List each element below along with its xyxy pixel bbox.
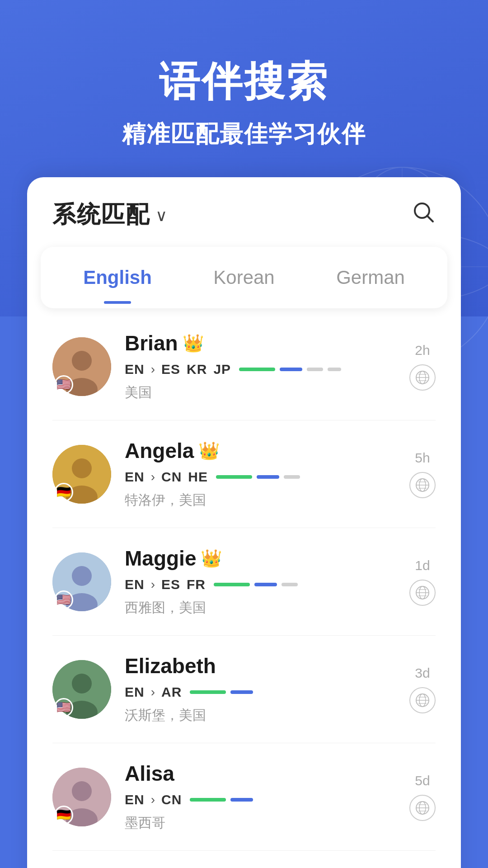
- svg-line-6: [427, 216, 433, 222]
- list-item[interactable]: 🇺🇸ElizabethEN›AR沃斯堡，美国3d: [52, 636, 436, 743]
- learning-lang: HE: [188, 469, 208, 485]
- proficiency-bar: [230, 690, 253, 694]
- learning-lang: JP: [213, 362, 231, 377]
- user-location: 美国: [125, 383, 396, 402]
- connect-button[interactable]: [409, 795, 436, 821]
- flag-badge: 🇺🇸: [54, 590, 73, 609]
- user-info: Brian👑EN›ESKRJP美国: [125, 331, 396, 402]
- hero-section: 语伴搜索 精准匹配最佳学习伙伴: [0, 0, 488, 150]
- user-info: Maggie👑EN›ESFR西雅图，美国: [125, 546, 396, 617]
- connect-button[interactable]: [409, 687, 436, 713]
- lang-row: EN›AR: [125, 684, 396, 700]
- crown-icon: 👑: [183, 333, 204, 353]
- proficiency-bar: [254, 583, 277, 586]
- avatar-wrapper: 🇩🇪: [52, 768, 111, 826]
- lang-row: EN›CNHE: [125, 469, 396, 485]
- list-item[interactable]: 🇩🇪AlisaEN›CN墨西哥5d: [52, 743, 436, 851]
- native-lang: EN: [125, 362, 145, 377]
- user-meta: 5h: [409, 450, 436, 498]
- crown-icon: 👑: [198, 441, 220, 461]
- proficiency-bars: [239, 368, 341, 371]
- list-item[interactable]: 🇺🇸Maggie👑EN›ESFR西雅图，美国1d: [52, 528, 436, 636]
- time-ago: 3d: [415, 665, 430, 681]
- learning-lang: CN: [161, 469, 182, 485]
- flag-badge: 🇺🇸: [54, 375, 73, 394]
- bar-group: [257, 475, 279, 479]
- user-name-row: Alisa: [125, 761, 396, 786]
- user-name: Brian: [125, 331, 178, 355]
- tab-korean[interactable]: Korean: [181, 247, 307, 308]
- tab-german[interactable]: German: [307, 247, 434, 308]
- bar-group: [190, 798, 226, 802]
- proficiency-bar: [239, 368, 275, 371]
- avatar-wrapper: 🇩🇪: [52, 445, 111, 504]
- match-type-label: 系统匹配: [52, 199, 150, 231]
- arrow-icon: ›: [151, 685, 155, 699]
- bar-group: [214, 583, 250, 586]
- user-name-row: Angela👑: [125, 439, 396, 463]
- user-location: 特洛伊，美国: [125, 491, 396, 509]
- proficiency-bar: [280, 368, 302, 371]
- connect-button[interactable]: [409, 364, 436, 391]
- native-lang: EN: [125, 684, 145, 700]
- bar-group: [284, 475, 300, 479]
- bar-group: [190, 690, 226, 694]
- chevron-down-icon: ∨: [155, 206, 167, 225]
- flag-badge: 🇩🇪: [54, 483, 73, 502]
- tabs-bar: English Korean German: [41, 247, 447, 308]
- time-ago: 1d: [415, 558, 430, 573]
- user-name-row: Brian👑: [125, 331, 396, 355]
- arrow-icon: ›: [151, 362, 155, 377]
- arrow-icon: ›: [151, 470, 155, 484]
- arrow-icon: ›: [151, 793, 155, 807]
- svg-point-24: [72, 566, 92, 586]
- user-location: 西雅图，美国: [125, 599, 396, 617]
- proficiency-bar: [328, 368, 341, 371]
- bar-group: [282, 583, 298, 586]
- tab-english[interactable]: English: [54, 247, 181, 308]
- user-name-row: Maggie👑: [125, 546, 396, 571]
- proficiency-bar: [307, 368, 323, 371]
- user-location: 沃斯堡，美国: [125, 706, 396, 725]
- user-info: AlisaEN›CN墨西哥: [125, 761, 396, 832]
- proficiency-bar: [230, 798, 253, 802]
- proficiency-bars: [190, 798, 253, 802]
- time-ago: 5h: [415, 450, 430, 466]
- user-name: Angela: [125, 439, 194, 463]
- list-item[interactable]: 🇺🇸DoloresEN›KR美国3d: [52, 851, 436, 868]
- bar-group: [230, 690, 253, 694]
- native-lang: EN: [125, 469, 145, 485]
- time-ago: 2h: [415, 343, 430, 358]
- search-button[interactable]: [412, 201, 436, 229]
- list-item[interactable]: 🇺🇸Brian👑EN›ESKRJP美国2h: [52, 313, 436, 420]
- crown-icon: 👑: [201, 548, 222, 568]
- connect-button[interactable]: [409, 580, 436, 606]
- svg-point-16: [72, 458, 92, 478]
- avatar-wrapper: 🇺🇸: [52, 552, 111, 611]
- user-location: 墨西哥: [125, 814, 396, 832]
- proficiency-bar: [214, 583, 250, 586]
- proficiency-bar: [190, 798, 226, 802]
- time-ago: 5d: [415, 773, 430, 788]
- lang-row: EN›ESFR: [125, 577, 396, 592]
- learning-lang: AR: [161, 684, 182, 700]
- learning-lang: ES: [161, 362, 180, 377]
- avatar-wrapper: 🇺🇸: [52, 660, 111, 719]
- connect-button[interactable]: [409, 472, 436, 498]
- user-name: Elizabeth: [125, 654, 216, 678]
- proficiency-bar: [257, 475, 279, 479]
- learning-lang: FR: [187, 577, 206, 592]
- avatar-wrapper: 🇺🇸: [52, 337, 111, 396]
- user-meta: 2h: [409, 343, 436, 391]
- svg-point-32: [72, 674, 92, 693]
- user-name-row: Elizabeth: [125, 654, 396, 678]
- user-meta: 1d: [409, 558, 436, 606]
- flag-badge: 🇩🇪: [54, 806, 73, 825]
- user-name: Maggie: [125, 546, 196, 571]
- proficiency-bar: [190, 690, 226, 694]
- user-info: Angela👑EN›CNHE特洛伊，美国: [125, 439, 396, 509]
- list-item[interactable]: 🇩🇪Angela👑EN›CNHE特洛伊，美国5h: [52, 420, 436, 528]
- proficiency-bar: [282, 583, 298, 586]
- proficiency-bar: [284, 475, 300, 479]
- match-type-selector[interactable]: 系统匹配 ∨: [52, 199, 167, 231]
